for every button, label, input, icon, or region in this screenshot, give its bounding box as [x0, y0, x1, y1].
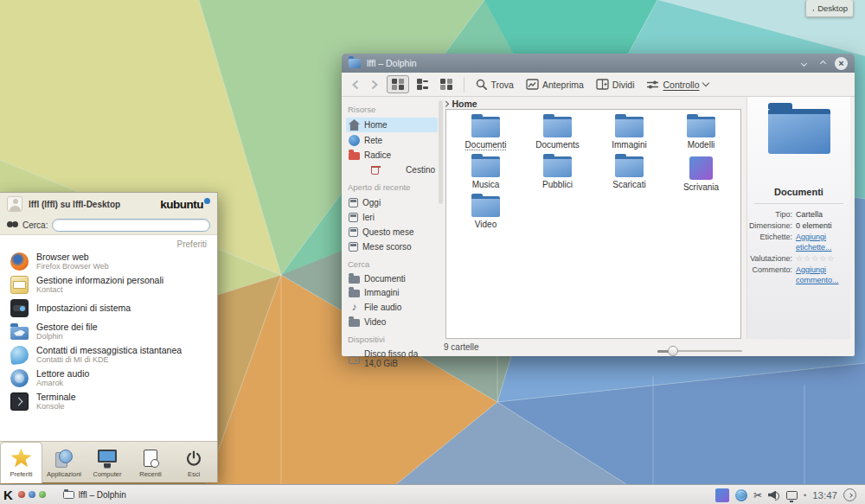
sidebar-item-video[interactable]: Video — [346, 316, 438, 329]
sidebar-item-yesterday[interactable]: Ieri — [346, 210, 438, 224]
folder-item-musica[interactable]: Musica — [450, 156, 522, 196]
app-item-kopete[interactable]: Contatti di messaggistica istantaneaCont… — [0, 343, 217, 367]
places-section-title: Aperto di recente — [348, 182, 438, 192]
tab-leave[interactable]: Esci — [172, 442, 215, 483]
folder-label: Modelli — [688, 140, 715, 150]
tab-label: Esci — [188, 470, 200, 478]
sidebar-item-root[interactable]: Radice — [346, 149, 438, 162]
folder-icon — [687, 117, 715, 137]
volume-icon[interactable] — [768, 490, 780, 501]
panel-expander-button[interactable] — [843, 488, 856, 501]
tray-bullet: • — [804, 491, 806, 500]
hard-disk-icon — [349, 356, 360, 364]
pager-dot-blue[interactable] — [29, 491, 35, 498]
app-item-konsole[interactable]: TerminaleKonsole — [0, 390, 217, 413]
device-monitor-icon[interactable] — [786, 491, 798, 500]
sidebar-item-audio[interactable]: ♪File audio — [346, 300, 438, 315]
details-view-button[interactable] — [436, 76, 457, 93]
close-button[interactable]: × — [835, 57, 848, 70]
sidebar-item-network[interactable]: Rete — [346, 133, 438, 148]
preview-button[interactable]: Anteprima — [522, 76, 588, 93]
add-tags-link[interactable]: Aggiungi etichette... — [796, 232, 847, 252]
user-name: lffl (lffl) su lffl-Desktop — [29, 200, 160, 209]
split-label: Dividi — [612, 80, 635, 90]
calendar-icon — [349, 213, 358, 222]
find-button[interactable]: Trova — [471, 76, 518, 93]
app-item-dolphin[interactable]: Gestore dei fileDolphin — [0, 320, 217, 343]
slider-handle[interactable] — [668, 346, 678, 356]
info-row-comment: Commento:Aggiungi commento... — [747, 265, 847, 285]
places-panel: Risorse Home Rete Radice Cestino Aperto … — [346, 99, 438, 337]
desktop-folder-icon — [689, 156, 713, 180]
app-item-settings[interactable]: Impostazioni di sistema — [0, 297, 217, 320]
kde-menu-button[interactable]: K — [3, 488, 13, 502]
search-input[interactable] — [52, 219, 210, 232]
folder-item-documenti[interactable]: Documenti — [450, 117, 522, 156]
preview-icon — [526, 79, 539, 90]
app-item-browser[interactable]: Browser webFirefox Browser Web — [0, 250, 217, 273]
tab-favorites[interactable]: Preferiti — [0, 442, 42, 483]
tab-computer[interactable]: Computer — [86, 442, 129, 483]
forward-button[interactable] — [367, 77, 383, 93]
folder-item-scaricati[interactable]: Scaricati — [593, 156, 665, 196]
dolphin-icon — [10, 327, 29, 340]
pager-dot-green[interactable] — [39, 491, 46, 498]
chevron-down-icon — [702, 80, 708, 86]
favorites-heading: Preferiti — [177, 239, 207, 249]
tab-recent[interactable]: Recenti — [129, 442, 172, 483]
sidebar-item-label: Oggi — [362, 198, 381, 207]
back-button[interactable] — [347, 77, 363, 93]
zoom-slider[interactable] — [657, 346, 742, 356]
sidebar-scrollbar[interactable] — [439, 100, 443, 204]
tab-label: Preferiti — [10, 470, 33, 478]
folder-view[interactable]: Documenti Documents Immagini Modelli Mus… — [445, 109, 741, 339]
compact-view-icon — [417, 79, 429, 91]
add-comment-link[interactable]: Aggiungi commento... — [796, 265, 847, 285]
folder-item-video[interactable]: Video — [450, 196, 522, 236]
desktop-toolbox-button[interactable]: Desktop — [805, 0, 854, 17]
app-item-kontact[interactable]: Gestione informazioni personaliKontact — [0, 273, 217, 297]
minimize-button[interactable] — [797, 56, 811, 70]
folder-item-documents[interactable]: Documents — [522, 117, 593, 156]
folder-icon — [615, 117, 644, 137]
split-button[interactable]: Dividi — [592, 76, 639, 93]
sidebar-item-home[interactable]: Home — [346, 118, 438, 132]
sidebar-item-trash[interactable]: Cestino — [346, 163, 438, 176]
sidebar-item-label: Rete — [364, 136, 382, 145]
folder-item-modelli[interactable]: Modelli — [665, 117, 737, 156]
sidebar-item-documents[interactable]: Documenti — [346, 272, 438, 285]
sidebar-item-label: Home — [364, 120, 388, 130]
sidebar-item-today[interactable]: Oggi — [346, 195, 438, 209]
icons-view-button[interactable] — [387, 75, 409, 94]
network-tray-icon[interactable] — [735, 489, 747, 501]
folder-item-scrivania[interactable]: Scrivania — [665, 156, 737, 196]
folder-icon — [471, 156, 500, 177]
sidebar-item-images[interactable]: Immagini — [346, 286, 438, 299]
maximize-button[interactable] — [816, 56, 830, 70]
rating-stars[interactable]: ☆☆☆☆☆ — [796, 253, 835, 264]
taskbar-item-dolphin[interactable]: lffl – Dolphin — [56, 488, 133, 501]
wallpaper-tray-icon[interactable] — [715, 488, 729, 502]
folder-item-immagini[interactable]: Immagini — [593, 117, 665, 156]
info-title: Documenti — [747, 187, 850, 197]
titlebar[interactable]: lffl – Dolphin × — [342, 54, 855, 73]
compact-view-button[interactable] — [413, 76, 433, 93]
tab-applications[interactable]: Applicazioni — [42, 442, 86, 483]
info-row-tags: Etichette:Aggiungi etichette... — [747, 232, 847, 252]
sidebar-item-this-month[interactable]: Questo mese — [346, 225, 438, 239]
clipboard-scissors-icon[interactable]: ✂ — [753, 489, 762, 501]
pager-dot-red[interactable] — [18, 491, 25, 498]
clock[interactable]: 13:47 — [812, 490, 837, 501]
toolbox-arrow-icon — [811, 4, 814, 12]
icons-view-icon — [392, 79, 404, 91]
app-item-amarok[interactable]: Lettore audioAmarok — [0, 367, 217, 390]
folder-grid: Documenti Documents Immagini Modelli Mus… — [446, 110, 740, 236]
sidebar-item-last-month[interactable]: Mese scorso — [346, 239, 438, 253]
folder-item-pubblici[interactable]: Pubblici — [522, 156, 593, 196]
folder-label: Scaricati — [612, 180, 645, 189]
root-folder-icon — [349, 152, 360, 160]
sidebar-item-label: Video — [364, 317, 386, 327]
user-avatar[interactable] — [7, 196, 22, 212]
breadcrumb[interactable]: Home — [444, 99, 477, 109]
control-button[interactable]: Controllo — [642, 77, 712, 93]
